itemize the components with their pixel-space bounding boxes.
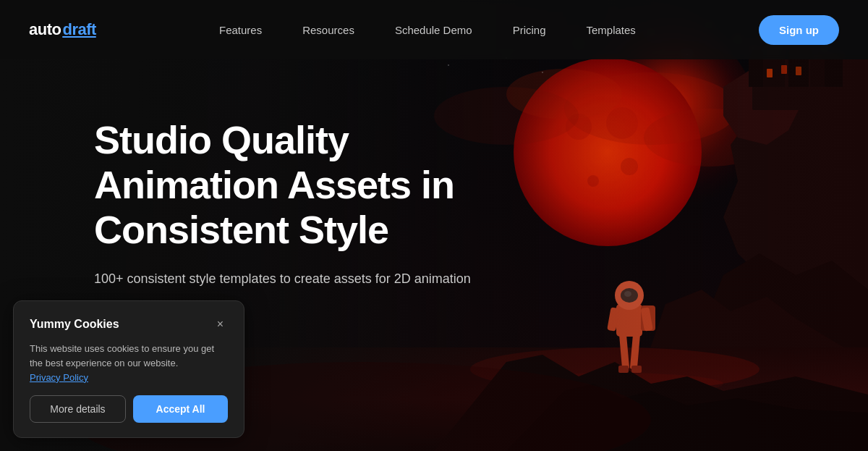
nav-links: Features Resources Schedule Demo Pricing… <box>199 17 656 43</box>
nav-item-templates[interactable]: Templates <box>566 17 655 43</box>
hero-title: Studio Quality Animation Assets in Consi… <box>94 117 514 252</box>
nav-item-features[interactable]: Features <box>199 17 282 43</box>
cookie-banner: Yummy Cookies × This website uses cookie… <box>13 300 244 438</box>
more-details-button[interactable]: More details <box>30 395 126 423</box>
privacy-policy-link[interactable]: Privacy Policy <box>30 372 88 383</box>
cookie-body-text: This website uses cookies to ensure you … <box>30 342 228 385</box>
cookie-title: Yummy Cookies <box>30 318 119 331</box>
nav-item-pricing[interactable]: Pricing <box>493 17 566 43</box>
signup-button[interactable]: Sign up <box>759 15 839 45</box>
logo[interactable]: auto draft <box>29 20 96 39</box>
nav-item-schedule-demo[interactable]: Schedule Demo <box>375 17 493 43</box>
nav-item-resources[interactable]: Resources <box>282 17 375 43</box>
hero-subtitle: 100+ consistent style templates to creat… <box>94 269 564 289</box>
cookie-buttons: More details Accept All <box>30 395 228 423</box>
cookie-close-button[interactable]: × <box>213 317 228 332</box>
cookie-header: Yummy Cookies × <box>30 317 228 332</box>
logo-draft-text: draft <box>62 20 95 39</box>
logo-auto-text: auto <box>29 20 61 39</box>
navbar: auto draft Features Resources Schedule D… <box>0 0 868 59</box>
accept-all-button[interactable]: Accept All <box>133 395 228 423</box>
